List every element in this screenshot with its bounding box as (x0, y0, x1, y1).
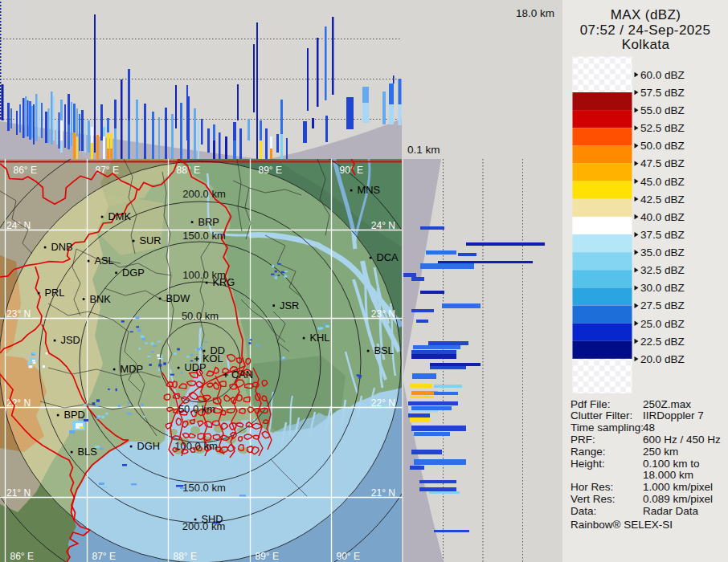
svg-text:60.0 dBZ: 60.0 dBZ (640, 69, 685, 81)
svg-text:MAX (dBZ): MAX (dBZ) (611, 7, 681, 22)
svg-text:0.100 km to: 0.100 km to (643, 458, 700, 470)
svg-text:Clutter Filter:: Clutter Filter: (571, 409, 632, 422)
svg-text:PRL: PRL (45, 287, 65, 299)
svg-text:18.000 km: 18.000 km (643, 469, 693, 481)
svg-text:DCA: DCA (377, 251, 399, 263)
svg-text:89° E: 89° E (259, 165, 282, 176)
svg-text:150.0 km: 150.0 km (182, 482, 225, 494)
svg-text:88° E: 88° E (174, 551, 197, 562)
svg-text:37.5 dBZ: 37.5 dBZ (640, 229, 685, 241)
svg-text:200.0 km: 200.0 km (182, 188, 225, 200)
svg-text:25.0 dBZ: 25.0 dBZ (640, 318, 685, 330)
svg-text:BLS: BLS (78, 446, 97, 458)
svg-text:86° E: 86° E (14, 165, 37, 176)
svg-text:87° E: 87° E (92, 551, 116, 562)
svg-text:35.0 dBZ: 35.0 dBZ (640, 246, 685, 259)
svg-text:22° N: 22° N (371, 397, 395, 409)
svg-text:DGH: DGH (137, 440, 160, 452)
svg-text:Pdf File:: Pdf File: (571, 398, 611, 410)
svg-text:47.5 dBZ: 47.5 dBZ (640, 157, 685, 169)
svg-text:BPD: BPD (64, 409, 85, 421)
svg-text:07:52 / 24-Sep-2025: 07:52 / 24-Sep-2025 (580, 22, 711, 38)
svg-text:600 Hz / 450 Hz: 600 Hz / 450 Hz (643, 434, 721, 446)
svg-text:Data:: Data: (571, 505, 596, 517)
svg-text:KRG: KRG (213, 276, 235, 288)
svg-text:18.0 km: 18.0 km (516, 7, 554, 19)
svg-text:21° N: 21° N (6, 487, 31, 499)
svg-text:ASL: ASL (95, 255, 114, 267)
svg-text:90° E: 90° E (340, 165, 363, 176)
svg-text:Hor Res:: Hor Res: (571, 481, 613, 493)
svg-text:CAN: CAN (231, 369, 253, 381)
svg-text:250 km: 250 km (643, 446, 678, 458)
svg-text:BDW: BDW (166, 292, 191, 304)
svg-text:JSR: JSR (280, 299, 299, 312)
svg-text:86° E: 86° E (10, 551, 34, 562)
svg-text:Vert Res:: Vert Res: (571, 493, 616, 505)
svg-text:Kolkata: Kolkata (622, 37, 670, 52)
svg-text:Time sampling:: Time sampling: (571, 422, 644, 434)
svg-text:27.5 dBZ: 27.5 dBZ (640, 299, 685, 312)
svg-text:32.5 dBZ: 32.5 dBZ (640, 264, 685, 276)
svg-text:30.0 dBZ: 30.0 dBZ (640, 282, 685, 294)
svg-text:42.5 dBZ: 42.5 dBZ (640, 193, 685, 206)
svg-text:BNK: BNK (90, 293, 112, 305)
svg-text:57.5 dBZ: 57.5 dBZ (640, 87, 685, 99)
svg-text:DNB: DNB (51, 241, 73, 253)
svg-text:48: 48 (643, 422, 655, 434)
svg-text:BRP: BRP (198, 216, 219, 228)
svg-text:45.0 dBZ: 45.0 dBZ (640, 176, 685, 188)
svg-text:23° N: 23° N (6, 308, 31, 320)
svg-text:250Z.max: 250Z.max (643, 398, 691, 410)
svg-text:24° N: 24° N (371, 220, 395, 231)
svg-text:1.000 km/pixel: 1.000 km/pixel (643, 481, 713, 493)
svg-text:KHL: KHL (310, 332, 330, 344)
svg-text:DMK: DMK (108, 210, 132, 222)
svg-text:89° E: 89° E (256, 551, 279, 562)
svg-text:Range:: Range: (571, 446, 606, 458)
svg-text:DGP: DGP (122, 267, 145, 279)
svg-text:JSD: JSD (61, 334, 80, 346)
svg-text:52.5 dBZ: 52.5 dBZ (640, 122, 685, 134)
svg-text:21° N: 21° N (371, 487, 395, 499)
svg-text:KOL: KOL (202, 352, 223, 364)
svg-text:23° N: 23° N (371, 308, 395, 320)
svg-text:40.0 dBZ: 40.0 dBZ (640, 211, 685, 223)
svg-text:55.0 dBZ: 55.0 dBZ (640, 104, 685, 116)
svg-text:BSL: BSL (374, 344, 394, 356)
svg-text:MDP: MDP (121, 363, 143, 375)
svg-text:MNS: MNS (358, 184, 380, 196)
svg-text:Radar Data: Radar Data (643, 505, 699, 517)
svg-text:0.1 km: 0.1 km (407, 144, 440, 156)
svg-text:SHD: SHD (202, 513, 223, 525)
svg-text:87° E: 87° E (96, 165, 119, 176)
svg-text:22.5 dBZ: 22.5 dBZ (640, 336, 685, 348)
svg-text:50.0 km: 50.0 km (182, 310, 219, 322)
svg-text:0.089 km/pixel: 0.089 km/pixel (643, 493, 713, 505)
svg-text:20.0 dBZ: 20.0 dBZ (640, 353, 685, 365)
svg-text:PRF:: PRF: (571, 434, 595, 446)
svg-text:SUR: SUR (140, 234, 162, 246)
svg-text:50.0 dBZ: 50.0 dBZ (640, 140, 685, 152)
svg-text:Rainbow® SELEX-SI: Rainbow® SELEX-SI (571, 519, 673, 531)
svg-text:100.0 km: 100.0 km (174, 440, 217, 452)
svg-text:IIRDoppler 7: IIRDoppler 7 (643, 409, 704, 422)
svg-text:Height:: Height: (571, 458, 605, 470)
svg-text:150.0 km: 150.0 km (182, 230, 225, 242)
svg-text:50.0 km: 50.0 km (178, 403, 215, 415)
svg-text:90° E: 90° E (337, 551, 360, 562)
